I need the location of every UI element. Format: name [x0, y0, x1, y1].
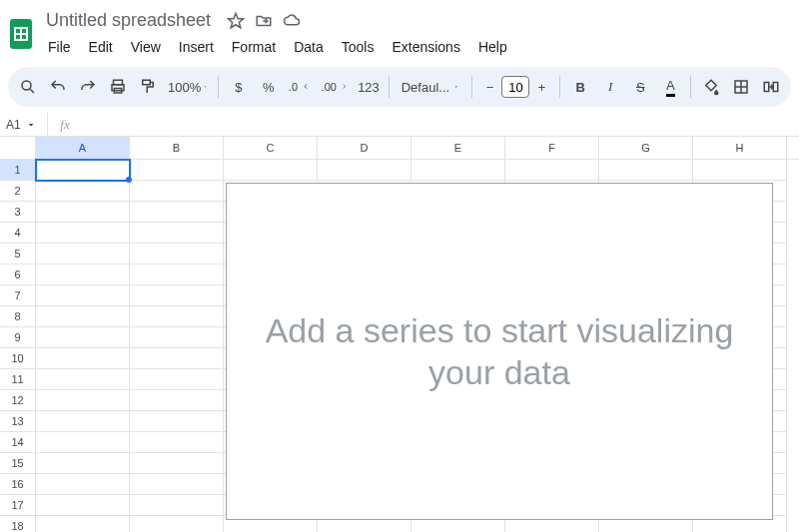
row-header-5[interactable]: 5 — [0, 244, 36, 265]
italic-button[interactable]: I — [596, 72, 624, 102]
cell-B14[interactable] — [130, 432, 224, 453]
menu-file[interactable]: File — [40, 35, 79, 59]
cell-C1[interactable] — [224, 160, 318, 181]
cell-A14[interactable] — [36, 432, 130, 453]
column-header-C[interactable]: C — [224, 137, 318, 159]
row-header-18[interactable]: 18 — [0, 516, 36, 532]
cell-B17[interactable] — [130, 495, 224, 516]
format-percent-button[interactable]: % — [255, 72, 283, 102]
menu-data[interactable]: Data — [286, 35, 332, 59]
select-all-corner[interactable] — [0, 137, 36, 159]
paint-format-icon[interactable] — [134, 72, 162, 102]
cloud-status-icon[interactable] — [283, 12, 301, 30]
cell-A10[interactable] — [36, 348, 130, 369]
cell-B4[interactable] — [130, 223, 224, 244]
cell-A9[interactable] — [36, 327, 130, 348]
row-header-13[interactable]: 13 — [0, 411, 36, 432]
font-size-input[interactable] — [501, 76, 529, 98]
row-header-14[interactable]: 14 — [0, 432, 36, 453]
row-header-6[interactable]: 6 — [0, 265, 36, 285]
menu-insert[interactable]: Insert — [171, 35, 222, 59]
cell-D1[interactable] — [318, 160, 411, 181]
cell-A7[interactable] — [36, 285, 130, 306]
row-header-17[interactable]: 17 — [0, 495, 36, 516]
increase-font-size-button[interactable]: + — [529, 75, 553, 99]
cell-A18[interactable] — [36, 516, 130, 532]
cell-B10[interactable] — [130, 348, 224, 369]
menu-format[interactable]: Format — [224, 35, 284, 59]
row-header-10[interactable]: 10 — [0, 348, 36, 369]
row-header-8[interactable]: 8 — [0, 306, 36, 327]
cell-A17[interactable] — [36, 495, 130, 516]
menu-help[interactable]: Help — [470, 35, 515, 59]
menu-view[interactable]: View — [123, 35, 169, 59]
cell-A2[interactable] — [36, 181, 130, 202]
merge-cells-button[interactable] — [757, 72, 785, 102]
row-header-1[interactable]: 1 — [0, 160, 36, 181]
row-header-9[interactable]: 9 — [0, 327, 36, 348]
column-header-H[interactable]: H — [693, 137, 787, 159]
cell-A15[interactable] — [36, 453, 130, 474]
cell-A5[interactable] — [36, 244, 130, 265]
move-folder-icon[interactable] — [255, 12, 273, 30]
borders-button[interactable] — [727, 72, 755, 102]
row-header-11[interactable]: 11 — [0, 369, 36, 390]
sheets-logo-icon[interactable] — [8, 16, 34, 52]
cell-E1[interactable] — [411, 160, 505, 181]
decrease-font-size-button[interactable]: − — [477, 75, 501, 99]
cell-B9[interactable] — [130, 327, 224, 348]
cell-F1[interactable] — [505, 160, 599, 181]
star-icon[interactable] — [227, 12, 245, 30]
cell-B3[interactable] — [130, 202, 224, 223]
name-box[interactable]: A1 — [0, 113, 48, 136]
cell-B13[interactable] — [130, 411, 224, 432]
column-header-D[interactable]: D — [318, 137, 411, 159]
cell-A6[interactable] — [36, 265, 130, 285]
column-header-E[interactable]: E — [411, 137, 505, 159]
more-formats-button[interactable]: 123 — [355, 72, 383, 102]
cell-A11[interactable] — [36, 369, 130, 390]
search-menus-icon[interactable] — [14, 72, 42, 102]
fill-color-button[interactable] — [697, 72, 725, 102]
cell-A13[interactable] — [36, 411, 130, 432]
column-header-F[interactable]: F — [505, 137, 599, 159]
font-select[interactable]: Defaul... — [396, 72, 465, 102]
print-icon[interactable] — [104, 72, 132, 102]
cell-B8[interactable] — [130, 306, 224, 327]
cell-A16[interactable] — [36, 474, 130, 495]
row-header-12[interactable]: 12 — [0, 390, 36, 411]
cell-B2[interactable] — [130, 181, 224, 202]
undo-icon[interactable] — [44, 72, 72, 102]
row-header-4[interactable]: 4 — [0, 223, 36, 244]
cell-B15[interactable] — [130, 453, 224, 474]
cell-G1[interactable] — [599, 160, 693, 181]
cell-B16[interactable] — [130, 474, 224, 495]
column-header-G[interactable]: G — [599, 137, 693, 159]
document-title[interactable]: Untitled spreadsheet — [40, 8, 217, 33]
increase-decimal-button[interactable]: .00 — [318, 72, 353, 102]
row-header-15[interactable]: 15 — [0, 453, 36, 474]
zoom-select[interactable]: 100% — [164, 72, 212, 102]
chart-placeholder-panel[interactable]: Add a series to start visualizing your d… — [226, 183, 773, 520]
strikethrough-button[interactable]: S — [626, 72, 654, 102]
menu-extensions[interactable]: Extensions — [384, 35, 467, 59]
text-color-button[interactable]: A — [656, 72, 684, 102]
cell-B6[interactable] — [130, 265, 224, 285]
cell-B7[interactable] — [130, 285, 224, 306]
cell-H1[interactable] — [693, 160, 787, 181]
cell-A8[interactable] — [36, 306, 130, 327]
column-header-B[interactable]: B — [130, 137, 224, 159]
cell-B12[interactable] — [130, 390, 224, 411]
bold-button[interactable]: B — [566, 72, 594, 102]
cell-A3[interactable] — [36, 202, 130, 223]
cell-A4[interactable] — [36, 223, 130, 244]
cell-B1[interactable] — [130, 160, 224, 181]
cell-B5[interactable] — [130, 244, 224, 265]
row-header-16[interactable]: 16 — [0, 474, 36, 495]
row-header-7[interactable]: 7 — [0, 285, 36, 306]
cell-A1[interactable] — [36, 160, 130, 181]
cell-A12[interactable] — [36, 390, 130, 411]
formula-input[interactable] — [82, 113, 799, 136]
cell-B18[interactable] — [130, 516, 224, 532]
cell-B11[interactable] — [130, 369, 224, 390]
